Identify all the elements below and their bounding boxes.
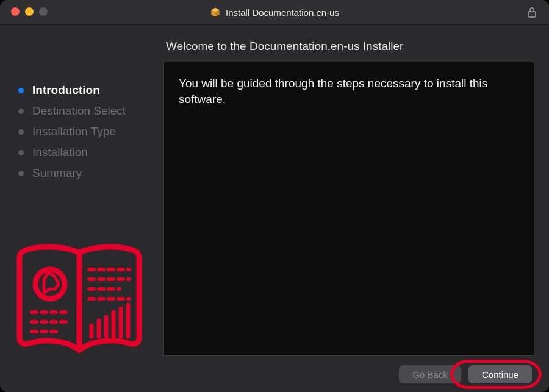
intro-text: You will be guided through the steps nec…	[179, 77, 487, 105]
book-illustration-icon	[12, 240, 146, 362]
close-window-button[interactable]	[11, 7, 20, 16]
step-bullet-icon	[18, 171, 24, 176]
sidebar: Introduction Destination Select Installa…	[0, 25, 159, 356]
step-installation-type: Installation Type	[18, 121, 152, 142]
window-title-text: Install Documentation.en-us	[226, 7, 339, 18]
step-bullet-icon	[18, 129, 24, 135]
package-icon	[210, 7, 221, 18]
step-label: Installation Type	[32, 125, 116, 138]
body: Introduction Destination Select Installa…	[0, 25, 549, 356]
step-label: Summary	[32, 166, 82, 180]
step-bullet-icon	[18, 150, 24, 155]
step-label: Installation	[32, 146, 88, 159]
step-installation: Installation	[18, 142, 152, 163]
step-list: Introduction Destination Select Installa…	[18, 80, 152, 184]
step-bullet-icon	[18, 88, 24, 93]
step-introduction: Introduction	[18, 80, 152, 101]
main-heading: Welcome to the Documentation.en-us Insta…	[166, 40, 534, 53]
continue-button[interactable]: Continue	[468, 365, 532, 383]
footer: Go Back Continue	[0, 356, 549, 392]
installer-window: Install Documentation.en-us Introduction…	[0, 0, 549, 392]
go-back-button: Go Back	[399, 365, 461, 383]
window-title: Install Documentation.en-us	[210, 7, 339, 18]
titlebar: Install Documentation.en-us	[0, 0, 549, 25]
main-panel: Welcome to the Documentation.en-us Insta…	[159, 25, 549, 356]
svg-rect-0	[528, 12, 536, 17]
step-destination-select: Destination Select	[18, 101, 152, 121]
content-box: You will be guided through the steps nec…	[163, 62, 534, 356]
step-summary: Summary	[18, 163, 152, 184]
zoom-window-button	[39, 7, 48, 16]
window-controls	[11, 7, 48, 16]
step-bullet-icon	[18, 109, 24, 114]
lock-icon[interactable]	[527, 7, 537, 18]
step-label: Destination Select	[32, 104, 126, 118]
step-label: Introduction	[32, 84, 100, 97]
minimize-window-button[interactable]	[25, 7, 34, 16]
